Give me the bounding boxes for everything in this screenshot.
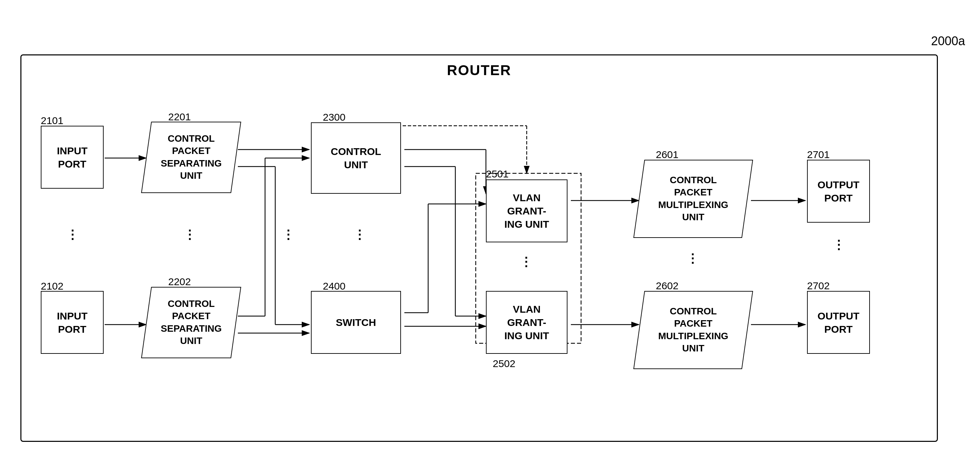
dots-input: ⋮ — [66, 228, 79, 242]
cpmu-1-label: 2601 — [656, 149, 679, 161]
vlan-2-label: 2502 — [493, 358, 515, 370]
diagram-container: 2000a ROUTER — [21, 27, 958, 449]
cpsu-1: CONTROL PACKET SEPARATING UNIT — [141, 122, 241, 193]
router-title: ROUTER — [447, 62, 511, 78]
vlan-1: VLAN GRANT- ING UNIT — [486, 180, 568, 242]
cpsu-2: CONTROL PACKET SEPARATING UNIT — [141, 287, 241, 358]
cpmu-2: CONTROL PACKET MULTIPLEXING UNIT — [633, 291, 753, 369]
input-port-1-label: 2101 — [41, 115, 64, 126]
switch-block: SWITCH — [311, 291, 401, 354]
vlan-1-label: 2501 — [486, 168, 509, 180]
dots-vlan: ⋮ — [520, 255, 533, 269]
output-port-2-label: 2702 — [807, 280, 830, 292]
cpmu-1: CONTROL PACKET MULTIPLEXING UNIT — [633, 160, 753, 238]
input-port-1: INPUT PORT — [41, 126, 103, 189]
dots-mid: ⋮ — [282, 228, 295, 242]
input-port-2: INPUT PORT — [41, 291, 103, 354]
input-port-2-label: 2102 — [41, 281, 64, 292]
switch-label: 2400 — [323, 281, 345, 292]
output-port-1: OUTPUT PORT — [807, 160, 870, 223]
dots-cpmu: ⋮ — [686, 252, 699, 266]
dots-ctrl: ⋮ — [353, 228, 366, 242]
ref-label: 2000a — [931, 34, 965, 48]
cpsu-1-label: 2201 — [168, 111, 191, 123]
control-unit-label: 2300 — [323, 112, 345, 123]
router-box: ROUTER — [21, 54, 938, 442]
control-unit: CONTROL UNIT — [311, 122, 401, 194]
vlan-2: VLAN GRANT- ING UNIT — [486, 291, 568, 354]
dots-cpsu: ⋮ — [183, 228, 196, 242]
cpmu-2-label: 2602 — [656, 280, 679, 292]
output-port-1-label: 2701 — [807, 149, 830, 161]
dots-output: ⋮ — [832, 238, 845, 252]
output-port-2: OUTPUT PORT — [807, 291, 870, 354]
cpsu-2-label: 2202 — [168, 276, 191, 287]
